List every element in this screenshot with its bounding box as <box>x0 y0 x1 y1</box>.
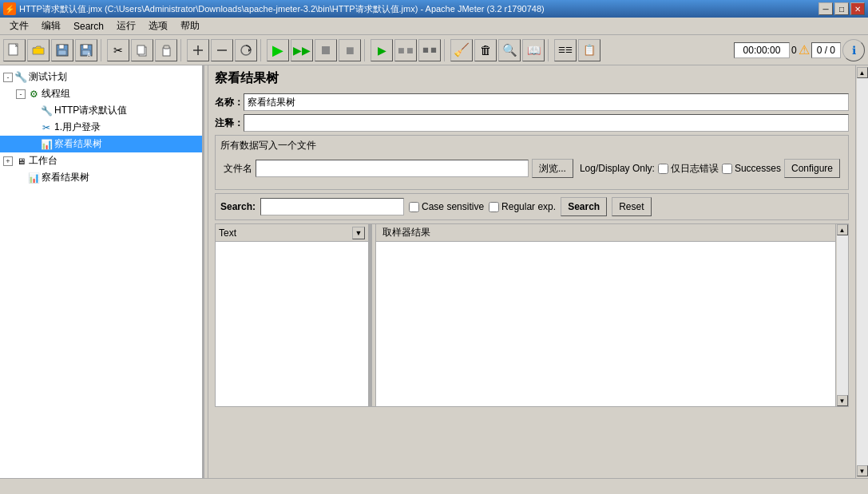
browse-button[interactable]: 浏览... <box>532 159 573 178</box>
menu-file[interactable]: 文件 <box>3 18 35 34</box>
plan-icon: 🔧 <box>14 71 27 84</box>
successes-checkbox-label[interactable]: Successes <box>722 163 781 174</box>
progress-fraction: 0 / 0 <box>811 42 841 58</box>
text-col-content <box>216 242 368 406</box>
main-scroll-up[interactable]: ▲ <box>857 67 868 78</box>
all-data-label: 所有数据写入一个文件 <box>220 139 843 152</box>
menu-search[interactable]: Search <box>67 19 110 34</box>
regex-text: Regular exp. <box>501 201 556 212</box>
expand-threads-icon[interactable]: - <box>16 89 26 99</box>
menu-edit[interactable]: 编辑 <box>35 18 67 34</box>
tree-item-threads[interactable]: - ⚙ 线程组 <box>0 85 202 102</box>
tree-login-label: 1.用户登录 <box>54 121 101 134</box>
main-layout: - 🔧 测试计划 - ⚙ 线程组 🔧 HTTP请求默认值 ✂ 1.用户登录 📊 … <box>0 65 868 478</box>
cut-button[interactable]: ✂ <box>107 39 129 61</box>
close-button[interactable]: ✕ <box>850 2 865 15</box>
right-scrollbar: ▲ ▼ <box>835 224 848 406</box>
tree-item-workbench[interactable]: + 🖥 工作台 <box>0 152 202 169</box>
regex-checkbox[interactable] <box>489 202 499 212</box>
toggle-button[interactable] <box>235 39 257 61</box>
name-input[interactable] <box>244 93 849 111</box>
copy-button[interactable] <box>131 39 153 61</box>
log-button[interactable]: 📋 <box>578 39 600 61</box>
separator-3 <box>260 39 264 61</box>
expand-workbench-icon[interactable]: + <box>3 156 13 166</box>
tree-item-result[interactable]: 📊 察看结果树 <box>0 136 202 152</box>
collapse-button[interactable] <box>211 39 233 61</box>
stop-remote-button[interactable]: ⏹⏹ <box>394 39 417 61</box>
search-input[interactable] <box>260 198 404 215</box>
toolbar: A ✂ ▶ ▶▶ ⏹ ⏹ ▶ ⏹⏹ ⏹⏹ 🧹 🗑 🔍 📖 ☰☰ 📋 <box>0 35 868 65</box>
separator-4 <box>364 39 367 61</box>
log-level-button[interactable]: ☰☰ <box>554 39 577 61</box>
samples-tab-label: 取样器结果 <box>382 226 430 239</box>
save-button[interactable] <box>51 39 73 61</box>
shutdown-button[interactable]: ⏹ <box>339 39 361 61</box>
run-nopause-button[interactable]: ▶▶ <box>291 39 313 61</box>
help-button[interactable]: 📖 <box>522 39 545 61</box>
file-row: 文件名 浏览... Log/Display Only: 仅日志错误 Succes… <box>224 159 840 178</box>
configure-button[interactable]: Configure <box>784 159 840 178</box>
content-area: 察看结果树 名称： 注释： 所有数据写入一个文件 文件名 浏览 <box>208 65 855 478</box>
text-col-header: Text ▼ <box>216 224 368 242</box>
main-scroll-down[interactable]: ▼ <box>857 465 868 476</box>
all-data-inner: 文件名 浏览... Log/Display Only: 仅日志错误 Succes… <box>220 156 843 186</box>
expand-button[interactable] <box>187 39 209 61</box>
start-remote-button[interactable]: ▶ <box>371 39 393 61</box>
tree-item-http[interactable]: 🔧 HTTP请求默认值 <box>0 102 202 119</box>
maximize-button[interactable]: □ <box>834 2 849 15</box>
new-button[interactable] <box>3 39 26 61</box>
open-button[interactable] <box>27 39 50 61</box>
svg-rect-9 <box>137 45 145 54</box>
svg-text:A: A <box>87 52 91 57</box>
tree-item-result2[interactable]: 📊 察看结果树 <box>0 169 202 186</box>
name-label: 名称： <box>215 96 244 109</box>
minimize-button[interactable]: ─ <box>818 2 833 15</box>
case-sensitive-label[interactable]: Case sensitive <box>409 201 484 212</box>
text-col-dropdown[interactable]: ▼ <box>352 227 365 239</box>
errors-checkbox[interactable] <box>658 164 668 174</box>
menu-help[interactable]: 帮助 <box>174 18 206 34</box>
errors-checkbox-label[interactable]: 仅日志错误 <box>658 162 719 176</box>
shutdown-remote-button[interactable]: ⏹⏹ <box>418 39 441 61</box>
search-button[interactable]: Search <box>561 197 607 216</box>
scroll-down-btn[interactable]: ▼ <box>837 395 848 406</box>
menu-bar: 文件 编辑 Search 运行 选项 帮助 <box>0 18 868 35</box>
separator-5 <box>444 39 447 61</box>
status-bar <box>0 478 868 494</box>
file-input[interactable] <box>256 160 529 177</box>
comment-input[interactable] <box>244 114 849 132</box>
result-icon: 📊 <box>40 138 53 151</box>
separator-6 <box>548 39 551 61</box>
samples-tab[interactable]: 取样器结果 <box>376 224 835 242</box>
successes-checkbox[interactable] <box>722 164 732 174</box>
tree-panel: - 🔧 测试计划 - ⚙ 线程组 🔧 HTTP请求默认值 ✂ 1.用户登录 📊 … <box>0 65 204 478</box>
clear-button[interactable]: 🧹 <box>450 39 473 61</box>
menu-options[interactable]: 选项 <box>142 18 174 34</box>
regex-label[interactable]: Regular exp. <box>489 201 556 212</box>
scroll-up-btn[interactable]: ▲ <box>837 224 848 235</box>
menu-run[interactable]: 运行 <box>110 18 142 34</box>
info-button[interactable]: ℹ <box>842 39 865 61</box>
svg-rect-11 <box>164 45 169 49</box>
find-button[interactable]: 🔍 <box>498 39 521 61</box>
case-sensitive-checkbox[interactable] <box>409 202 419 212</box>
successes-label: Successes <box>735 163 781 174</box>
run-button[interactable]: ▶ <box>267 39 289 61</box>
main-scrollbar: ▲ ▼ <box>855 65 868 478</box>
tree-http-label: HTTP请求默认值 <box>54 104 127 117</box>
warning-area: 0 ⚠ <box>791 42 810 57</box>
all-data-section: 所有数据写入一个文件 文件名 浏览... Log/Display Only: 仅… <box>215 135 849 190</box>
stop-button[interactable]: ⏹ <box>315 39 337 61</box>
http-icon: 🔧 <box>40 105 53 117</box>
expand-plan-icon[interactable]: - <box>3 73 13 82</box>
reset-button[interactable]: Reset <box>612 197 651 216</box>
tree-item-plan[interactable]: - 🔧 测试计划 <box>0 69 202 85</box>
tree-item-login[interactable]: ✂ 1.用户登录 <box>0 119 202 136</box>
timer-display: 00:00:00 <box>734 42 790 58</box>
paste-button[interactable] <box>155 39 177 61</box>
clear-all-button[interactable]: 🗑 <box>474 39 497 61</box>
window-title: HTTP请求默认值.jmx (C:\Users\Administrator\Do… <box>19 3 818 15</box>
saveas-button[interactable]: A <box>75 39 97 61</box>
svg-rect-5 <box>83 45 88 49</box>
